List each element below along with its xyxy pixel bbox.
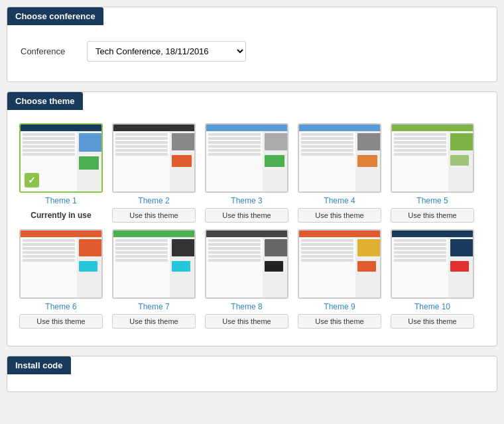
use-theme-button-8[interactable]: Use this theme: [205, 314, 288, 329]
theme-section-header: Choose theme: [7, 92, 83, 110]
theme-item-3: Theme 3Use this theme: [204, 123, 290, 223]
theme-item-9: Theme 9Use this theme: [296, 229, 383, 329]
use-theme-button-6[interactable]: Use this theme: [19, 314, 103, 329]
theme-name-7[interactable]: Theme 7: [138, 302, 169, 311]
theme-item-1: ✓Theme 1Currently in use: [18, 123, 104, 223]
conference-section: Choose conference Conference Tech Confer…: [7, 7, 497, 82]
theme-name-2[interactable]: Theme 2: [138, 196, 169, 205]
theme-preview-5[interactable]: [391, 123, 474, 193]
theme-item-7: Theme 7Use this theme: [111, 229, 197, 329]
use-theme-button-5[interactable]: Use this theme: [391, 208, 474, 223]
theme-item-6: Theme 6Use this theme: [18, 229, 104, 329]
use-theme-button-7[interactable]: Use this theme: [112, 314, 196, 329]
theme-name-5[interactable]: Theme 5: [416, 196, 448, 205]
use-theme-button-4[interactable]: Use this theme: [298, 208, 381, 223]
conference-section-header: Choose conference: [7, 7, 103, 25]
theme-preview-10[interactable]: [391, 229, 474, 299]
theme-name-9[interactable]: Theme 9: [324, 302, 355, 311]
theme-preview-3[interactable]: [205, 123, 288, 193]
theme-name-3[interactable]: Theme 3: [231, 196, 262, 205]
theme-preview-7[interactable]: [112, 229, 196, 299]
theme-item-8: Theme 8Use this theme: [204, 229, 290, 329]
use-theme-button-9[interactable]: Use this theme: [298, 314, 381, 329]
theme-section: Choose theme ✓Theme 1Currently in useThe…: [7, 91, 497, 346]
theme-item-10: Theme 10Use this theme: [389, 229, 475, 329]
theme-preview-8[interactable]: [205, 229, 288, 299]
theme-preview-9[interactable]: [298, 229, 381, 299]
theme-preview-1[interactable]: ✓: [19, 123, 103, 193]
conference-label: Conference: [21, 46, 87, 56]
use-theme-button-3[interactable]: Use this theme: [205, 208, 288, 223]
conference-select[interactable]: Tech Conference, 18/11/2016: [87, 41, 246, 62]
theme-name-1[interactable]: Theme 1: [45, 196, 76, 205]
install-section-header: Install code: [7, 356, 71, 374]
use-theme-button-2[interactable]: Use this theme: [112, 208, 196, 223]
theme-item-5: Theme 5Use this theme: [389, 123, 475, 223]
use-theme-button-10[interactable]: Use this theme: [391, 314, 474, 329]
theme-item-2: Theme 2Use this theme: [111, 123, 197, 223]
theme-item-4: Theme 4Use this theme: [296, 123, 383, 223]
active-check-icon: ✓: [25, 173, 39, 187]
theme-name-4[interactable]: Theme 4: [324, 196, 355, 205]
theme-preview-6[interactable]: [19, 229, 103, 299]
install-section: Install code: [7, 356, 497, 392]
theme-name-6[interactable]: Theme 6: [45, 302, 76, 311]
theme-status-1: Currently in use: [19, 211, 103, 220]
theme-name-10[interactable]: Theme 10: [414, 302, 450, 311]
themes-grid: ✓Theme 1Currently in useTheme 2Use this …: [7, 117, 497, 335]
theme-name-8[interactable]: Theme 8: [231, 302, 262, 311]
theme-preview-4[interactable]: [298, 123, 381, 193]
theme-preview-2[interactable]: [112, 123, 196, 193]
